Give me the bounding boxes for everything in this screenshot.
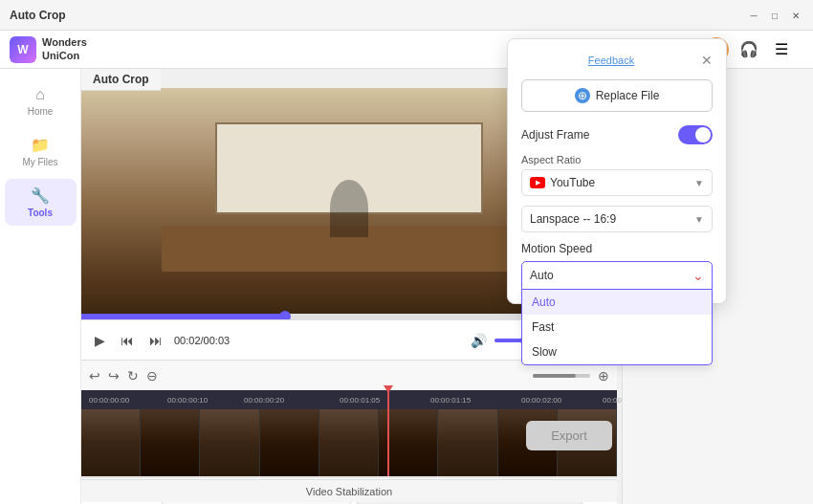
- ruler-label-3: 00:00:01:05: [340, 396, 380, 405]
- minimize-button[interactable]: ─: [746, 8, 761, 23]
- tools-icon: 🔧: [31, 186, 50, 205]
- aspect-ratio-label: Aspect Ratio: [521, 154, 713, 165]
- youtube-label: YouTube: [550, 176, 595, 189]
- aspect-ratio-section: Aspect Ratio YouTube ▼: [521, 154, 713, 196]
- headphone-icon-button[interactable]: 🎧: [736, 37, 761, 62]
- close-panel-button[interactable]: ✕: [701, 53, 713, 68]
- motion-speed-label: Motion Speed: [521, 242, 713, 255]
- close-window-button[interactable]: ✕: [788, 8, 803, 23]
- motion-speed-value: Auto: [530, 269, 554, 282]
- playhead[interactable]: [387, 390, 389, 476]
- aspect-ratio-dropdown[interactable]: YouTube ▼: [521, 169, 713, 196]
- speed-option-fast[interactable]: Fast: [522, 315, 712, 340]
- play-button[interactable]: ▶: [91, 331, 109, 350]
- next-frame-button[interactable]: ⏭: [145, 331, 166, 350]
- motion-speed-section: Motion Speed Auto ⌄ Auto Fast Slow: [521, 242, 713, 290]
- aspect-ratio-chevron: ▼: [694, 178, 704, 188]
- film-frame-3: [200, 409, 259, 476]
- feedback-bar: Feedback ✕: [521, 53, 713, 68]
- bottom-label-text: Video Stabilization: [306, 486, 392, 497]
- window-title: Auto Crop: [10, 9, 66, 22]
- motion-speed-dropdown-list: Auto Fast Slow: [521, 290, 713, 365]
- adjust-frame-toggle[interactable]: [678, 125, 713, 144]
- ruler-label-4: 00:00:01:15: [430, 396, 471, 405]
- adjust-frame-row: Adjust Frame: [521, 125, 713, 144]
- home-icon: ⌂: [35, 86, 45, 103]
- motion-speed-dropdown-open: Auto ⌄ Auto Fast Slow: [521, 261, 713, 290]
- motion-speed-trigger[interactable]: Auto ⌄: [521, 261, 713, 290]
- sidebar: ⌂ Home 📁 My Files 🔧 Tools: [0, 69, 81, 504]
- ruler-label-5: 00:00:02:00: [521, 396, 561, 405]
- timeline-ruler: 00:00:00:00 00:00:00:10 00:00:00:20 00:0…: [81, 390, 617, 409]
- sidebar-item-tools-label: Tools: [28, 208, 53, 218]
- logo-icon: W: [10, 36, 36, 63]
- sidebar-item-home[interactable]: ⌂ Home: [5, 78, 77, 124]
- panel-title: Auto Crop: [81, 69, 161, 91]
- film-frame-7: [438, 409, 497, 476]
- adjust-frame-label: Adjust Frame: [521, 128, 589, 142]
- ruler-label-2: 00:00:00:20: [244, 396, 284, 405]
- sidebar-item-tools[interactable]: 🔧 Tools: [5, 179, 77, 226]
- film-frame-4: [260, 409, 319, 476]
- replace-file-label: Replace File: [596, 89, 660, 102]
- sidebar-item-home-label: Home: [28, 106, 54, 117]
- volume-icon-button[interactable]: 🔊: [467, 331, 491, 350]
- youtube-icon: [530, 177, 545, 188]
- sidebar-item-myfiles-label: My Files: [22, 157, 57, 167]
- time-display: 00:02/00:03: [174, 335, 230, 346]
- zoom-slider[interactable]: [533, 374, 590, 378]
- sidebar-item-myfiles[interactable]: 📁 My Files: [5, 128, 77, 175]
- app-logo: W Wonders UniCon: [10, 36, 91, 63]
- landscape-dropdown[interactable]: Lanspace -- 16:9 ▼: [521, 206, 713, 232]
- prev-frame-button[interactable]: ⏮: [117, 331, 138, 350]
- motion-speed-chevron: ⌄: [692, 268, 704, 283]
- speed-option-auto[interactable]: Auto: [522, 290, 712, 315]
- replace-file-button[interactable]: ⊕ Replace File: [521, 79, 713, 112]
- auto-crop-panel: Feedback ✕ ⊕ Replace File Adjust Frame A…: [507, 38, 727, 304]
- landscape-section: Lanspace -- 16:9 ▼: [521, 206, 713, 232]
- export-button[interactable]: Export: [526, 421, 612, 450]
- ruler-label-1: 00:00:00:10: [167, 396, 208, 405]
- redo-button[interactable]: ↪: [108, 368, 120, 383]
- landscape-chevron: ▼: [694, 214, 704, 225]
- toggle-knob: [695, 127, 711, 142]
- app-name: Wonders UniCon: [42, 36, 87, 61]
- plus-icon: ⊕: [575, 88, 590, 103]
- myfiles-icon: 📁: [31, 136, 50, 154]
- film-frame-5: [319, 409, 379, 476]
- refresh-button[interactable]: ↻: [127, 368, 139, 383]
- ruler-label-0: 00:00:00:00: [89, 396, 129, 405]
- menu-button[interactable]: ☰: [769, 37, 794, 62]
- film-frame-2: [141, 409, 200, 476]
- person-silhouette: [330, 180, 368, 237]
- zoom-in-button[interactable]: ⊕: [598, 368, 609, 383]
- film-frame-1: [81, 409, 141, 476]
- bottom-label-bar: Video Stabilization: [81, 479, 617, 502]
- undo-button[interactable]: ↩: [89, 368, 100, 383]
- zoom-out-button[interactable]: ⊖: [146, 368, 158, 383]
- maximize-button[interactable]: □: [767, 8, 782, 23]
- feedback-link[interactable]: Feedback: [588, 55, 634, 66]
- landscape-label: Lanspace -- 16:9: [530, 212, 616, 226]
- speed-option-slow[interactable]: Slow: [522, 340, 712, 364]
